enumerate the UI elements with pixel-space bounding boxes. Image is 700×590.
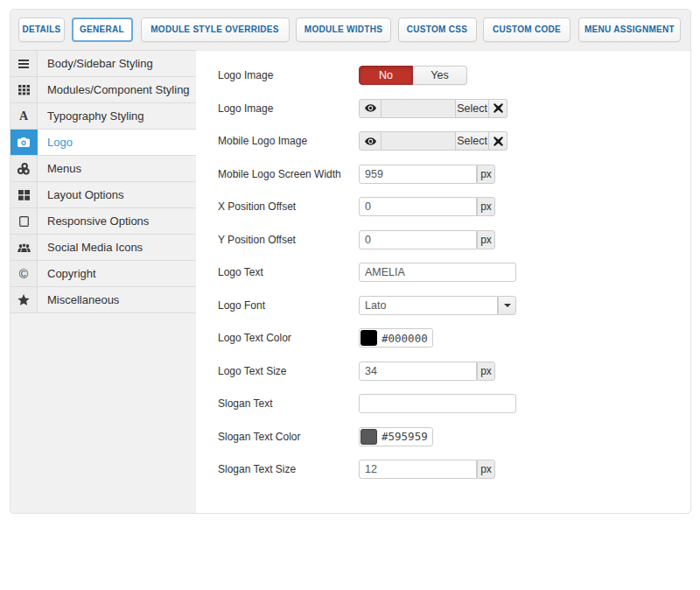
sidebar-item-label: Copyright — [38, 261, 196, 286]
slogan-text-size-input[interactable] — [359, 460, 477, 479]
field-label: Logo Image — [196, 102, 359, 115]
logo-text-color-field — [359, 328, 433, 348]
form-row-logo-text: Logo Text — [196, 263, 690, 282]
copyright-icon: © — [10, 261, 38, 286]
logo-text-input[interactable] — [359, 263, 516, 282]
unit-addon: px — [477, 230, 495, 249]
tab-general[interactable]: GENERAL — [72, 18, 133, 42]
tab-menu-assignment[interactable]: MENU ASSIGNMENT — [578, 18, 681, 42]
sidebar-item-copyright[interactable]: © Copyright — [10, 261, 196, 287]
grid-icon — [10, 77, 38, 102]
sidebar-item-label: Typography Styling — [38, 103, 196, 129]
form-row-slogan-text-size: Slogan Text Size px — [196, 460, 690, 479]
font-dropdown-button[interactable] — [498, 296, 516, 315]
form-row-slogan-text-color: Slogan Text Color — [196, 427, 690, 446]
field-label: Slogan Text Size — [196, 463, 359, 475]
form-row-logo-text-size: Logo Text Size px — [196, 362, 690, 381]
tab-custom-css[interactable]: CUSTOM CSS — [398, 18, 477, 42]
sidebar-item-label: Social Media Icons — [38, 235, 196, 260]
settings-content: Body/Sidebar Styling Modules/Component S… — [10, 50, 690, 513]
field-label: Logo Text Color — [196, 332, 359, 344]
sidebar-item-modules-component-styling[interactable]: Modules/Component Styling — [10, 77, 196, 103]
color-swatch[interactable] — [360, 429, 377, 445]
field-label: Slogan Text Color — [196, 431, 359, 443]
sidebar-item-responsive-options[interactable]: Responsive Options — [10, 208, 196, 235]
users-icon — [10, 235, 38, 260]
logo-image-toggle: No Yes — [359, 66, 467, 85]
unit-addon: px — [477, 362, 495, 381]
sidebar-item-label: Miscellaneous — [38, 287, 196, 313]
sidebar-item-label: Logo — [38, 130, 196, 155]
form-row-mobile-logo-width: Mobile Logo Screen Width px — [196, 165, 690, 184]
color-swatch[interactable] — [360, 330, 377, 346]
unit-addon: px — [477, 197, 495, 216]
menu-icon — [10, 51, 38, 76]
field-label: Mobile Logo Image — [196, 135, 359, 147]
sidebar-item-logo[interactable]: Logo — [10, 130, 196, 156]
field-label: Logo Image — [196, 69, 359, 81]
mobile-logo-width-input[interactable] — [359, 165, 477, 184]
clear-icon[interactable] — [489, 131, 508, 151]
th-large-icon — [10, 182, 38, 207]
tab-custom-code[interactable]: CUSTOM CODE — [483, 18, 570, 42]
sidebar-item-label: Modules/Component Styling — [38, 77, 196, 102]
field-label: X Position Offset — [196, 200, 359, 213]
circles-icon — [10, 156, 38, 181]
logo-text-size-input[interactable] — [359, 362, 477, 381]
sidebar-item-label: Menus — [38, 156, 196, 181]
sidebar-item-label: Responsive Options — [38, 208, 196, 234]
y-offset-input[interactable] — [359, 230, 477, 249]
form-row-mobile-logo-file: Mobile Logo Image Select — [196, 131, 690, 151]
form-row-logo-font: Logo Font — [196, 296, 690, 315]
field-label: Y Position Offset — [196, 234, 359, 246]
logo-image-yes-button[interactable]: Yes — [413, 66, 467, 85]
field-label: Logo Text — [196, 266, 359, 278]
field-label: Slogan Text — [196, 397, 359, 410]
unit-addon: px — [477, 165, 495, 184]
tab-module-style-overrides[interactable]: MODULE STYLE OVERRIDES — [141, 18, 290, 42]
logo-text-color-input[interactable] — [377, 332, 431, 345]
slogan-text-color-input[interactable] — [377, 430, 431, 443]
field-label: Logo Font — [196, 299, 359, 312]
tab-bar: DETAILS GENERAL MODULE STYLE OVERRIDES M… — [10, 10, 690, 50]
sidebar-item-label: Layout Options — [38, 182, 196, 207]
mobile-logo-select-button[interactable]: Select — [455, 131, 489, 151]
slogan-text-input[interactable] — [359, 394, 516, 413]
square-icon — [10, 208, 38, 234]
field-label: Logo Text Size — [196, 365, 359, 377]
unit-addon: px — [477, 460, 495, 479]
form-row-slogan-text: Slogan Text — [196, 394, 690, 413]
star-icon — [10, 287, 38, 313]
x-offset-input[interactable] — [359, 197, 477, 216]
slogan-text-color-field — [359, 427, 433, 446]
camera-icon — [10, 130, 38, 155]
form-row-x-offset: X Position Offset px — [196, 197, 690, 216]
settings-form: Logo Image No Yes Logo Image — [196, 50, 690, 513]
logo-font-input[interactable] — [359, 296, 498, 315]
template-settings-panel: DETAILS GENERAL MODULE STYLE OVERRIDES M… — [10, 9, 691, 514]
preview-eye-button[interactable] — [359, 99, 382, 118]
form-row-logo-image-toggle: Logo Image No Yes — [196, 66, 690, 85]
field-label: Mobile Logo Screen Width — [196, 168, 359, 180]
form-row-logo-image-file: Logo Image Select — [196, 99, 690, 118]
sidebar-item-menus[interactable]: Menus — [10, 156, 196, 182]
sidebar-item-label: Body/Sidebar Styling — [38, 51, 196, 76]
logo-image-no-button[interactable]: No — [359, 66, 413, 85]
sidebar-item-typography-styling[interactable]: A Typography Styling — [10, 103, 196, 130]
sidebar-item-miscellaneous[interactable]: Miscellaneous — [10, 287, 196, 313]
caret-down-icon — [504, 304, 511, 307]
mobile-logo-path-input[interactable] — [382, 131, 455, 151]
form-row-logo-text-color: Logo Text Color — [196, 328, 690, 348]
preview-eye-button[interactable] — [359, 131, 382, 151]
settings-sidebar: Body/Sidebar Styling Modules/Component S… — [10, 50, 196, 513]
tab-details[interactable]: DETAILS — [18, 18, 65, 42]
font-icon: A — [10, 103, 38, 129]
logo-image-path-input[interactable] — [382, 99, 455, 118]
form-row-y-offset: Y Position Offset px — [196, 230, 690, 249]
sidebar-item-layout-options[interactable]: Layout Options — [10, 182, 196, 208]
logo-image-select-button[interactable]: Select — [455, 99, 489, 118]
sidebar-item-body-sidebar-styling[interactable]: Body/Sidebar Styling — [10, 51, 196, 77]
clear-icon[interactable] — [489, 99, 508, 118]
tab-module-widths[interactable]: MODULE WIDTHS — [296, 18, 391, 42]
sidebar-item-social-media-icons[interactable]: Social Media Icons — [10, 235, 196, 261]
